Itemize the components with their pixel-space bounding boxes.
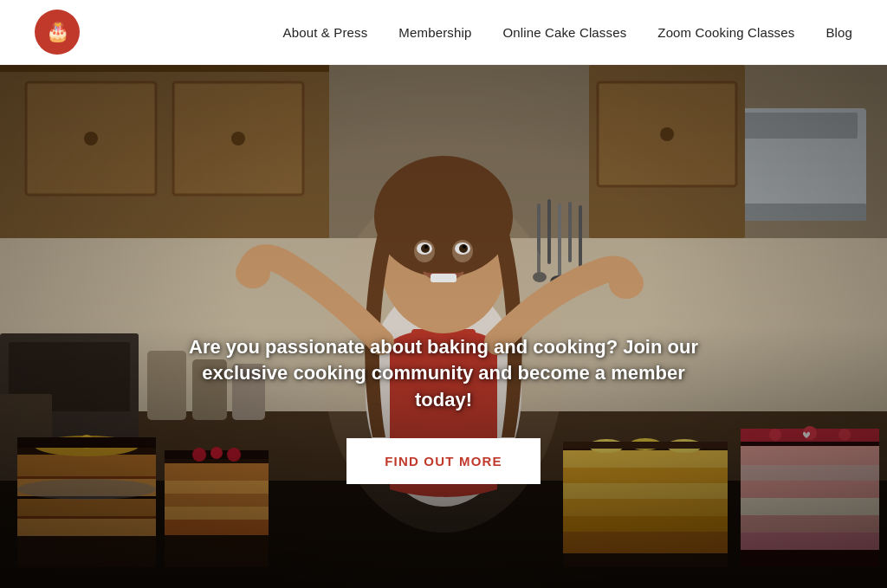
nav-membership[interactable]: Membership (398, 25, 471, 40)
logo-icon: 🎂 (46, 23, 69, 42)
hero-content: Are you passionate about baking and cook… (184, 334, 703, 484)
nav-about[interactable]: About & Press (283, 25, 368, 40)
logo-circle: 🎂 (35, 10, 80, 55)
hero-section: Are you passionate about baking and cook… (0, 65, 887, 588)
site-header: 🎂 About & Press Membership Online Cake C… (0, 0, 887, 65)
hero-tagline: Are you passionate about baking and cook… (184, 334, 703, 414)
nav-cake-classes[interactable]: Online Cake Classes (502, 25, 626, 40)
find-out-more-button[interactable]: FIND OUT MORE (346, 438, 541, 484)
main-nav: About & Press Membership Online Cake Cla… (283, 25, 852, 40)
photo-overlay (0, 65, 887, 588)
logo-area[interactable]: 🎂 (35, 10, 80, 55)
nav-blog[interactable]: Blog (825, 25, 852, 40)
nav-zoom-classes[interactable]: Zoom Cooking Classes (657, 25, 794, 40)
